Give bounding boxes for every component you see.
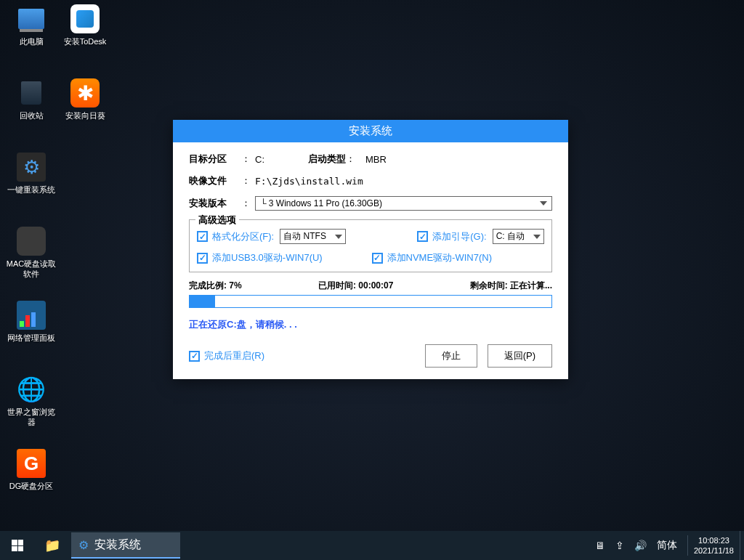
stop-button[interactable]: 停止 <box>425 344 477 368</box>
desktop-icon-reinstall[interactable]: 一键重装系统 <box>6 153 57 195</box>
elapsed-value: 00:00:07 <box>358 280 393 291</box>
desktop-icon-label: 世界之窗浏览器 <box>6 407 57 427</box>
network-icon <box>17 301 46 330</box>
show-desktop-button[interactable] <box>740 531 744 560</box>
clock[interactable]: 10:08:23 2021/11/18 <box>687 535 734 556</box>
progress-bar <box>189 295 552 308</box>
target-value: C: <box>255 154 264 165</box>
row-version: 安装版本： └ 3 Windows 11 Pro (16.30GB) <box>189 196 552 211</box>
image-label: 映像文件 <box>189 174 241 187</box>
advanced-fieldset: 高级选项 格式化分区(F): 自动 NTFS 添加引导(G): C: 自动 添加… <box>189 219 552 272</box>
windows-icon <box>12 540 23 551</box>
image-value: F:\Zjds\install.wim <box>255 176 363 187</box>
desktop-icon-todesk[interactable]: 安装ToDesk <box>60 4 110 46</box>
version-value: └ 3 Windows 11 Pro (16.30GB) <box>260 198 382 208</box>
mac-disk-icon <box>17 227 46 256</box>
dropdown-icon <box>533 235 541 239</box>
install-dialog: 安装系统 目标分区： C: 启动类型： MBR 映像文件： F:\Zjds\in… <box>173 120 568 379</box>
progress-value: 7% <box>229 280 241 291</box>
explorer-button[interactable] <box>35 531 70 560</box>
dg-icon <box>17 449 46 478</box>
progress-label: 完成比例: <box>189 280 227 291</box>
restart-label: 完成后重启(R) <box>204 349 264 362</box>
sunflower-icon <box>70 78 100 107</box>
desktop-icon-label: 安装向日葵 <box>60 110 110 121</box>
elapsed-label: 已用时间: <box>318 280 356 291</box>
recycle-icon <box>17 78 46 107</box>
usb-tray-icon[interactable]: ⇪ <box>615 540 624 551</box>
dialog-body: 目标分区： C: 启动类型： MBR 映像文件： F:\Zjds\install… <box>173 142 568 379</box>
format-label: 格式化分区(F): <box>212 230 274 243</box>
format-select[interactable]: 自动 NTFS <box>280 229 346 244</box>
desktop-icon-dg[interactable]: DG硬盘分区 <box>6 449 57 491</box>
usb3-checkbox[interactable] <box>197 253 208 264</box>
desktop-icon-this-pc[interactable]: 此电脑 <box>6 4 57 46</box>
reinstall-icon <box>17 153 46 182</box>
dropdown-icon <box>335 235 342 239</box>
boot-select[interactable]: C: 自动 <box>493 229 544 244</box>
dropdown-icon <box>540 201 547 206</box>
boot-type-label: 启动类型 <box>308 153 346 166</box>
restart-checkbox[interactable] <box>189 351 200 362</box>
gear-icon: ⚙ <box>78 538 89 552</box>
version-label: 安装版本 <box>189 197 241 210</box>
taskbar: ⚙ 安装系统 🖥 ⇪ 🔊 简体 10:08:23 2021/11/18 <box>0 531 744 560</box>
desktop-icon-sunflower[interactable]: 安装向日葵 <box>60 78 110 121</box>
status-message: 正在还原C:盘，请稍候. . . <box>189 318 552 331</box>
back-button[interactable]: 返回(P) <box>488 344 552 368</box>
taskbar-task-installer[interactable]: ⚙ 安装系统 <box>71 532 180 559</box>
desktop-icon-network[interactable]: 网络管理面板 <box>6 301 57 343</box>
network-tray-icon[interactable]: 🖥 <box>595 540 605 551</box>
task-label: 安装系统 <box>94 537 141 553</box>
boot-type-value: MBR <box>365 154 387 165</box>
progress-fill <box>190 296 215 307</box>
row-target: 目标分区： C: 启动类型： MBR <box>189 153 552 166</box>
this-pc-icon <box>17 4 46 33</box>
desktop-icon-label: 安装ToDesk <box>60 36 110 46</box>
usb3-label: 添加USB3.0驱动-WIN7(U) <box>212 251 323 264</box>
boot-add-label: 添加引导(G): <box>432 230 486 243</box>
desktop-icon-mac-disk[interactable]: MAC硬盘读取软件 <box>6 227 57 279</box>
remain-label: 剩余时间: <box>470 280 508 291</box>
nvme-checkbox[interactable] <box>372 253 383 264</box>
ime-indicator[interactable]: 简体 <box>657 539 677 552</box>
browser-icon <box>17 375 46 404</box>
desktop-icon-browser[interactable]: 世界之窗浏览器 <box>6 375 57 427</box>
desktop-icon-label: MAC硬盘读取软件 <box>6 259 57 279</box>
desktop-icon-label: 此电脑 <box>6 36 57 46</box>
desktop-icon-label: 网络管理面板 <box>6 333 57 343</box>
desktop-icon-label: 一键重装系统 <box>6 184 57 195</box>
row-image: 映像文件： F:\Zjds\install.wim <box>189 174 552 187</box>
dialog-title: 安装系统 <box>173 120 568 142</box>
target-label: 目标分区 <box>189 153 241 166</box>
format-checkbox[interactable] <box>197 231 208 242</box>
nvme-label: 添加NVME驱动-WIN7(N) <box>387 251 492 264</box>
desktop-icon-label: 回收站 <box>6 110 57 121</box>
system-tray: 🖥 ⇪ 🔊 简体 10:08:23 2021/11/18 <box>595 535 740 556</box>
clock-date: 2021/11/18 <box>694 545 734 556</box>
remain-value: 正在计算... <box>510 280 552 291</box>
todesk-icon <box>70 4 100 33</box>
boot-checkbox[interactable] <box>417 231 428 242</box>
clock-time: 10:08:23 <box>694 535 734 545</box>
start-button[interactable] <box>0 531 35 560</box>
progress-section: 完成比例: 7% 已用时间: 00:00:07 剩余时间: 正在计算... <box>189 280 552 308</box>
advanced-legend: 高级选项 <box>195 214 239 227</box>
desktop-icon-recycle[interactable]: 回收站 <box>6 78 57 121</box>
version-select[interactable]: └ 3 Windows 11 Pro (16.30GB) <box>255 196 552 211</box>
desktop-icon-label: DG硬盘分区 <box>6 481 57 491</box>
volume-tray-icon[interactable]: 🔊 <box>634 540 647 551</box>
